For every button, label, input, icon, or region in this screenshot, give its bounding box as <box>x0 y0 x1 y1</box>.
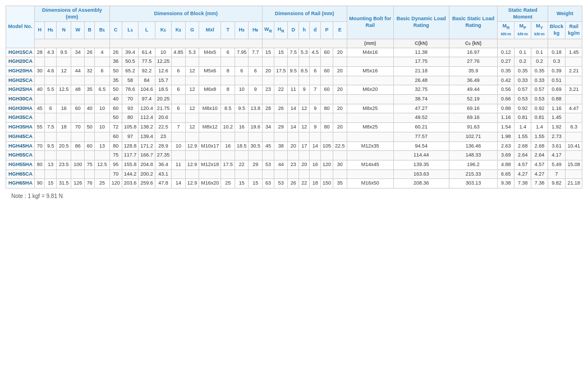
data-cell <box>199 57 221 67</box>
data-cell <box>333 169 347 179</box>
data-cell <box>57 151 71 160</box>
data-cell <box>333 95 347 104</box>
data-cell: 9.5 <box>288 67 299 76</box>
data-cell: 0.92 <box>531 104 548 113</box>
data-cell <box>274 57 288 67</box>
data-cell: 120 <box>109 179 122 189</box>
data-cell: 14 <box>310 141 321 151</box>
data-cell: M5x16 <box>347 67 393 76</box>
hr-sub: HR <box>274 22 288 39</box>
t-sub: T <box>221 22 235 39</box>
data-cell: 9 <box>310 104 321 113</box>
data-cell <box>45 151 57 160</box>
data-cell <box>333 57 347 67</box>
data-cell <box>95 113 109 123</box>
data-cell: 139.35 <box>393 160 449 169</box>
data-cell: 15 <box>274 48 288 57</box>
data-cell: 0.81 <box>514 113 531 123</box>
data-cell <box>566 169 582 179</box>
data-cell: 80 <box>35 160 45 169</box>
data-cell <box>249 76 263 85</box>
e-sub: E <box>333 22 347 39</box>
h1-sub: H₁ <box>45 22 57 39</box>
data-cell: 0.18 <box>548 48 566 57</box>
data-cell: 13 <box>45 160 57 169</box>
data-cell <box>45 57 57 67</box>
table-wrapper: Model No. Dimensions of Assembly (mm) Di… <box>0 0 588 209</box>
data-cell <box>172 113 186 123</box>
data-cell: 38 <box>274 141 288 151</box>
data-cell <box>95 95 109 104</box>
data-cell <box>262 95 274 104</box>
data-cell <box>185 132 199 141</box>
data-cell: 23 <box>288 160 299 169</box>
data-cell: 7 <box>172 123 186 132</box>
data-cell <box>333 113 347 123</box>
data-cell: 4.57 <box>514 160 531 169</box>
data-cell: M10x17 <box>199 141 221 151</box>
data-cell: 6 <box>95 67 109 76</box>
data-cell <box>320 132 333 141</box>
data-cell: 18.5 <box>235 141 249 151</box>
data-cell: 155.8 <box>122 160 139 169</box>
data-cell: 45 <box>262 141 274 151</box>
data-cell: 1.4 <box>514 123 531 132</box>
data-cell: 148.33 <box>449 151 498 160</box>
model-cell: HGH30HA <box>6 104 35 113</box>
data-cell: 17.5 <box>221 160 235 169</box>
data-cell: 128.8 <box>122 141 139 151</box>
data-cell <box>235 113 249 123</box>
data-cell <box>262 132 274 141</box>
data-cell: 23.5 <box>57 160 71 169</box>
data-cell: 203.6 <box>122 179 139 189</box>
data-cell <box>45 76 57 85</box>
data-cell: 16 <box>310 160 321 169</box>
data-cell: 5.3 <box>185 48 199 57</box>
data-cell <box>274 151 288 160</box>
model-header: Model No. <box>6 6 35 48</box>
data-cell: 12 <box>57 67 71 76</box>
b-sub: B <box>85 22 95 39</box>
data-cell: 17.75 <box>393 57 449 67</box>
data-cell: 12.25 <box>155 57 172 67</box>
data-cell <box>288 132 299 141</box>
data-cell <box>347 95 393 104</box>
data-cell: 3.21 <box>566 85 582 95</box>
data-cell <box>57 132 71 141</box>
data-cell: 0.42 <box>498 76 514 85</box>
data-cell: 53 <box>262 160 274 169</box>
l-sub: L <box>139 22 155 39</box>
data-cell <box>35 95 45 104</box>
data-cell: 34 <box>71 48 85 57</box>
data-cell: 0.51 <box>548 76 566 85</box>
model-cell: HGH65HA <box>6 179 35 189</box>
data-cell: 19.6 <box>249 123 263 132</box>
dim-assembly-header: Dimensions of Assembly (mm) <box>35 6 110 22</box>
data-cell: 10 <box>95 123 109 132</box>
data-cell: 69.16 <box>449 104 498 113</box>
data-cell: 8 <box>221 85 235 95</box>
data-cell: 49.52 <box>393 113 449 123</box>
model-cell: HGH35HA <box>6 123 35 132</box>
data-cell: 9.5 <box>235 104 249 113</box>
data-cell: 50.5 <box>122 57 139 67</box>
data-cell <box>288 95 299 104</box>
data-cell <box>57 95 71 104</box>
data-cell: 2.73 <box>548 132 566 141</box>
data-cell: 47.8 <box>155 179 172 189</box>
data-cell: 36.49 <box>449 76 498 85</box>
data-cell: 35 <box>109 76 122 85</box>
data-cell: 7.38 <box>514 179 531 189</box>
data-cell: 20 <box>298 160 310 169</box>
data-cell: 0.88 <box>548 95 566 104</box>
data-cell <box>320 76 333 85</box>
data-cell: 40 <box>35 85 45 95</box>
model-cell: HGH20CA <box>6 57 35 67</box>
data-cell: 43.1 <box>155 169 172 179</box>
data-cell <box>199 169 221 179</box>
data-cell: 6 <box>310 67 321 76</box>
data-cell: 1.92 <box>548 123 566 132</box>
data-cell <box>274 76 288 85</box>
data-cell: 1.45 <box>566 48 582 57</box>
data-cell: 60 <box>320 67 333 76</box>
